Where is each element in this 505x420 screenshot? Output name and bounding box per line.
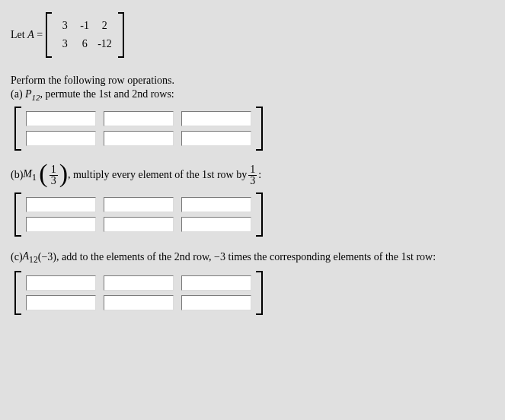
part-c-arg: (−3) [38,251,56,263]
part-b-matrix-body [23,192,254,237]
part-a-op: P [25,88,32,100]
part-c-cell-1-1[interactable] [26,275,96,291]
bracket-right-icon [254,192,267,237]
part-c-cell-2-2[interactable] [104,295,174,310]
matrix-A-cell: -12 [97,38,112,50]
let-text: Let A = [11,29,43,41]
matrix-A-row-2: 3 6 -12 [55,35,115,53]
part-b-prompt: (b) M1 ( 1 3 ) , multiply every element … [11,164,494,186]
part-c-row-1 [26,275,251,291]
matrix-A-row-1: 3 -1 2 [55,17,115,35]
part-b-cell-1-1[interactable] [26,197,96,212]
bracket-left-icon [11,192,23,237]
matrix-A-cell: 6 [78,38,91,50]
part-a-op-sub: 12 [32,93,40,102]
bracket-right-icon [254,107,267,151]
matrix-A-cell: -1 [78,20,91,32]
part-b-cell-1-2[interactable] [104,197,174,212]
part-a-cell-2-3[interactable] [181,131,251,146]
part-c-matrix [11,271,494,315]
page-container: Let A = 3 -1 2 3 6 -12 Perform the follo… [0,0,505,336]
part-c-op-sub: 12 [29,255,38,265]
part-a-label: (a) [11,88,25,100]
matrix-A: 3 -1 2 3 6 -12 [43,12,127,58]
bracket-left-icon [11,107,23,151]
part-a-cell-1-1[interactable] [26,111,96,126]
part-c-matrix-body [23,271,254,315]
part-c-row-2 [26,295,251,310]
part-a-row-1 [26,111,251,126]
part-b-cell-2-3[interactable] [181,217,251,232]
bracket-right-icon [254,271,267,315]
part-a-cell-2-2[interactable] [104,131,174,146]
part-b-frac-arg: 1 3 [50,164,58,186]
matrix-definition: Let A = 3 -1 2 3 6 -12 [11,12,494,58]
frac-num: 1 [50,164,58,176]
part-c-prompt: (c) A12(−3), add to the elements of the … [11,250,494,265]
part-a-cell-1-3[interactable] [181,111,251,126]
part-a-matrix-body [23,107,254,151]
part-c-rest: , add to the elements of the 2nd row, −3… [56,251,436,263]
part-b-frac-value: 1 3 [248,164,257,186]
part-c-cell-2-1[interactable] [26,295,96,310]
part-a-prompt: (a) P12, permute the 1st and 2nd rows: [11,88,494,102]
part-b-row-1 [26,197,251,212]
frac-den: 3 [248,176,257,186]
part-b-op-sub: 1 [32,173,37,183]
part-b-mid: , multiply every element of the 1st row … [68,169,247,181]
part-b-cell-1-3[interactable] [181,197,251,212]
part-b-cell-2-2[interactable] [104,217,174,232]
part-c-cell-1-2[interactable] [104,275,174,291]
part-a-cell-2-1[interactable] [26,131,96,146]
part-b-label: (b) [11,169,23,181]
matrix-A-cell: 3 [58,20,72,32]
part-c-cell-1-3[interactable] [181,275,251,291]
part-a-rest: , permute the 1st and 2nd rows: [40,88,174,100]
part-a-matrix [11,107,494,151]
part-b-cell-2-1[interactable] [26,217,96,232]
matrix-A-cell: 2 [97,20,111,32]
frac-num: 1 [248,164,257,176]
bracket-left-icon [43,12,53,58]
part-a-cell-1-2[interactable] [104,111,174,126]
part-b-op: M [23,168,32,180]
bracket-left-icon [11,271,23,315]
part-c-op: A [23,250,30,262]
part-a-row-2 [26,131,251,146]
matrix-A-cell: 3 [58,38,72,50]
matrix-A-body: 3 -1 2 3 6 -12 [53,12,117,58]
part-b-row-2 [26,217,251,232]
part-c-label: (c) [11,251,23,263]
frac-den: 3 [50,176,58,186]
part-c-cell-2-3[interactable] [181,295,251,310]
part-b-matrix [11,192,494,237]
bracket-right-icon [117,12,127,58]
part-b-tail: : [258,169,261,181]
directions-text: Perform the following row operations. [11,75,494,87]
